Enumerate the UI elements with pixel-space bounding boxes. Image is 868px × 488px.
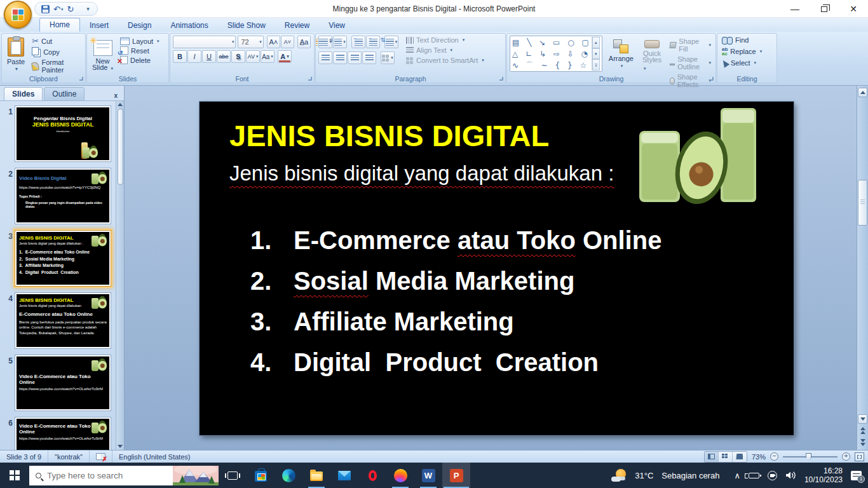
- save-button[interactable]: [41, 5, 50, 13]
- copy-button[interactable]: Copy: [30, 46, 83, 58]
- paragraph-dialog-launcher[interactable]: [499, 77, 503, 81]
- layout-button[interactable]: Layout▾: [118, 37, 161, 46]
- change-case-button[interactable]: Aa▾: [261, 50, 275, 63]
- scroll-down-button[interactable]: [858, 414, 867, 424]
- bold-button[interactable]: B: [173, 50, 187, 63]
- shapes-gallery-scroll[interactable]: ▲▼⊽: [592, 37, 600, 71]
- slide-thumbnail-5[interactable]: 5 Video E-Commerce atau Toko Online http…: [0, 355, 123, 410]
- shape-outline-button[interactable]: Shape Outline▾: [668, 55, 713, 71]
- font-dialog-launcher[interactable]: [308, 77, 312, 81]
- thumbnail-frame[interactable]: Video Bisnis Digital https://www.youtube…: [15, 168, 111, 224]
- spelling-status[interactable]: [90, 451, 112, 463]
- scroll-track[interactable]: [858, 98, 867, 414]
- office-button[interactable]: [4, 1, 32, 29]
- shape-fill-button[interactable]: Shape Fill▾: [668, 37, 713, 53]
- slide-thumbnail-3-selected[interactable]: 3 JENIS BISNIS DIGITAL Jenis bisnis digi…: [0, 231, 123, 286]
- slide-editor[interactable]: JENIS BISNIS DIGITAL Jenis bisnis digita…: [125, 86, 857, 450]
- slide-title[interactable]: JENIS BISNIS DIGITAL: [229, 118, 549, 153]
- search-daily-image[interactable]: [173, 466, 219, 485]
- weather-temperature[interactable]: 31°C: [635, 471, 653, 480]
- new-slide-dropdown-arrow[interactable]: ▾: [111, 66, 114, 71]
- shapes-gallery[interactable]: ▤ ╲ ↘ ▭ ○ ▢ △ ∟ ↳ ⇨ ⇩ ◔ ∿ ⌒ ~ { } ☆ ▲▼⊽: [510, 36, 602, 72]
- tab-home[interactable]: Home: [39, 18, 80, 32]
- minimize-button[interactable]: —: [780, 0, 810, 18]
- slide-list[interactable]: 1.E-Commerce atau Toko Online 2.Sosial M…: [250, 226, 661, 389]
- slide-indicator[interactable]: Slide 3 of 9: [0, 451, 48, 463]
- current-slide[interactable]: JENIS BISNIS DIGITAL Jenis bisnis digita…: [200, 102, 794, 435]
- select-button[interactable]: Select▾: [720, 58, 774, 67]
- thumbnail-frame[interactable]: Video E-Commerce atau Toko Online https:…: [15, 355, 111, 410]
- weather-description[interactable]: Sebagian cerah: [661, 471, 719, 480]
- taskbar-search[interactable]: [29, 466, 219, 485]
- tab-insert[interactable]: Insert: [80, 19, 118, 32]
- panel-scroll-up[interactable]: [118, 103, 123, 106]
- character-spacing-button[interactable]: AV▾: [246, 50, 260, 63]
- align-text-button[interactable]: Align Text▾: [404, 46, 486, 55]
- slide-thumbnail-6[interactable]: 6 Video E-Commerce atau Toko Online http…: [0, 417, 123, 450]
- slide-thumbnail-2[interactable]: 2 Video Bisnis Digital https://www.youtu…: [0, 168, 123, 224]
- format-painter-button[interactable]: Format Painter: [30, 58, 83, 74]
- mail-button[interactable]: [330, 463, 358, 488]
- customize-qat-button[interactable]: ▾: [86, 6, 90, 12]
- columns-button[interactable]: ▾: [381, 51, 395, 64]
- decrease-indent-button[interactable]: [351, 36, 365, 48]
- numbering-button[interactable]: ▾: [333, 36, 347, 48]
- next-slide-button[interactable]: [858, 437, 867, 448]
- underline-button[interactable]: U: [202, 50, 216, 63]
- start-button[interactable]: [0, 463, 29, 488]
- notification-center-icon[interactable]: 1: [851, 471, 862, 480]
- zoom-out-button[interactable]: −: [770, 452, 778, 461]
- firefox-button[interactable]: [386, 463, 414, 488]
- line-spacing-button[interactable]: ▾: [384, 36, 398, 48]
- vertical-scrollbar[interactable]: [857, 86, 868, 450]
- replace-button[interactable]: abacReplace▾: [720, 46, 774, 57]
- clear-formatting-button[interactable]: A̲a: [297, 36, 311, 48]
- paste-button[interactable]: Paste▼: [4, 36, 27, 73]
- thumbnail-frame[interactable]: JENIS BISNIS DIGITAL Jenis bisnis digita…: [15, 231, 111, 286]
- word-button[interactable]: W: [414, 463, 442, 488]
- justify-button[interactable]: [362, 51, 376, 64]
- thumbnail-frame[interactable]: Video E-Commerce atau Toko Online https:…: [15, 417, 111, 450]
- thumbnail-frame[interactable]: JENIS BISNIS DIGITAL Jenis bisnis digita…: [15, 293, 111, 348]
- text-shadow-button[interactable]: S: [231, 50, 245, 63]
- slide-sorter-button[interactable]: [719, 452, 733, 462]
- reset-button[interactable]: Reset: [118, 46, 161, 55]
- panel-scroll-down[interactable]: [118, 445, 123, 448]
- zoom-slider[interactable]: [783, 452, 837, 461]
- arrange-button[interactable]: Arrange▾: [606, 36, 636, 73]
- delete-button[interactable]: Delete: [118, 55, 161, 65]
- clipboard-dialog-launcher[interactable]: [79, 77, 83, 81]
- convert-smartart-button[interactable]: Convert to SmartArt▾: [404, 56, 486, 65]
- redo-button[interactable]: ↻: [67, 5, 74, 13]
- scroll-thumb[interactable]: [858, 180, 867, 226]
- text-direction-button[interactable]: Text Direction▾: [404, 36, 486, 44]
- task-view-button[interactable]: [219, 463, 247, 488]
- clock[interactable]: 16:28 10/10/2023: [804, 466, 843, 484]
- increase-indent-button[interactable]: [366, 36, 380, 48]
- font-name-input[interactable]: [176, 38, 231, 46]
- slide-subtitle[interactable]: Jenis bisnis digital yang dapat dilakuka…: [229, 161, 614, 186]
- panel-close-button[interactable]: x: [110, 91, 121, 100]
- undo-dropdown-arrow[interactable]: ▾: [61, 7, 64, 11]
- opera-button[interactable]: [358, 463, 386, 488]
- slide-thumbnail-1[interactable]: 1 Pengantar Bisnis Digital JENIS BISNIS …: [0, 106, 123, 161]
- language-indicator[interactable]: English (United States): [112, 451, 197, 463]
- microsoft-store-button[interactable]: [247, 463, 275, 488]
- theme-name[interactable]: "kontrak": [48, 451, 90, 463]
- tab-outline[interactable]: Outline: [44, 87, 85, 100]
- font-color-button[interactable]: A▾: [278, 50, 292, 63]
- powerpoint-button[interactable]: P: [442, 463, 470, 488]
- shapes-glyphs[interactable]: ▤ ╲ ↘ ▭ ○ ▢ △ ∟ ↳ ⇨ ⇩ ◔ ∿ ⌒ ~ { } ☆: [512, 37, 592, 71]
- cut-button[interactable]: ✂Cut: [30, 36, 83, 46]
- font-size-combobox[interactable]: ▾: [238, 36, 263, 48]
- tab-design[interactable]: Design: [118, 19, 161, 32]
- italic-button[interactable]: I: [187, 50, 201, 63]
- paste-dropdown-arrow[interactable]: ▼: [15, 67, 19, 71]
- tab-review[interactable]: Review: [275, 19, 319, 32]
- fit-to-window-button[interactable]: [855, 452, 864, 461]
- quick-styles-button[interactable]: Quick Styles ▾: [640, 36, 664, 73]
- tray-chevron-icon[interactable]: ∧: [734, 471, 740, 480]
- panel-scrollbar[interactable]: [116, 101, 124, 450]
- zoom-slider-thumb[interactable]: [806, 453, 811, 461]
- restore-button[interactable]: [810, 0, 839, 18]
